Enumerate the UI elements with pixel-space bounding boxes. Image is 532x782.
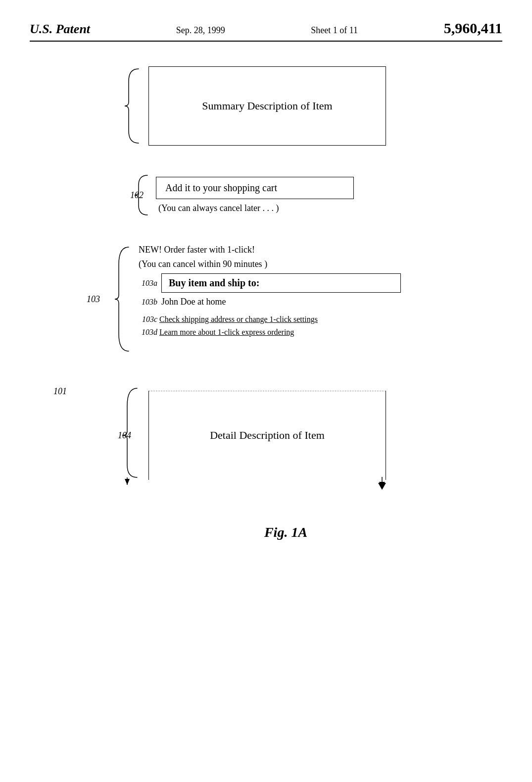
add-cart-content: Add it to your shopping cart (You can al… [156, 177, 354, 213]
row-103c: 103c Check shipping address or change 1-… [139, 315, 401, 324]
section-101: 101 Summary Description of Item [69, 66, 502, 146]
arrow-down-right [378, 477, 386, 490]
buy-ship-box: Buy item and ship to: [161, 273, 401, 293]
patent-number: 5,960,411 [444, 20, 502, 37]
new-order-line1: NEW! Order faster with 1-click! [139, 245, 401, 255]
row-103b: 103b John Doe at home [139, 297, 401, 307]
detail-description-box: Detail Description of Item [148, 391, 386, 480]
cancel-text: (You can always cancel later . . . ) [156, 203, 354, 213]
oneclick-content: NEW! Order faster with 1-click! (You can… [139, 245, 401, 337]
summary-description-text: Summary Description of Item [202, 100, 332, 112]
brace-104 [121, 386, 144, 485]
figure-caption: Fig. 1A [69, 524, 502, 540]
svg-marker-1 [125, 479, 130, 485]
main-content: 101 Summary Description of Item 102 [30, 66, 502, 540]
buy-ship-text: Buy item and ship to: [169, 277, 259, 288]
learn-more-text: Learn more about 1-click express orderin… [159, 328, 294, 337]
section-103: 103 NEW! Order faster with 1-click! (You… [69, 245, 502, 354]
check-shipping-text: Check shipping address or change 1-click… [159, 315, 318, 324]
new-order-line2: (You can cancel within 90 minutes ) [139, 259, 401, 269]
row-103d: 103d Learn more about 1-click express or… [139, 328, 401, 337]
label-103c: 103c [139, 315, 157, 324]
john-doe-text: John Doe at home [161, 297, 226, 307]
label-103d: 103d [139, 328, 157, 337]
section-102: 102 Add it to your shopping cart (You ca… [69, 173, 502, 217]
add-cart-text: Add it to your shopping cart [165, 182, 277, 193]
row-103a: 103a Buy item and ship to: [139, 273, 401, 293]
summary-description-box: Summary Description of Item [148, 66, 386, 146]
label-103a: 103a [139, 279, 157, 288]
label-103: 103 [87, 294, 100, 305]
label-101: 101 [27, 386, 67, 396]
detail-description-text: Detail Description of Item [210, 429, 325, 442]
label-103b: 103b [139, 298, 157, 307]
patent-sheet: Sheet 1 of 11 [311, 25, 358, 36]
add-cart-box: Add it to your shopping cart [156, 177, 354, 199]
svg-marker-3 [379, 482, 385, 488]
patent-label: U.S. Patent [30, 22, 90, 37]
section-104: 104 Detail Description of Item [69, 386, 502, 485]
detail-box-wrapper: Detail Description of Item [148, 391, 386, 480]
patent-date: Sep. 28, 1999 [176, 25, 225, 36]
patent-header: U.S. Patent Sep. 28, 1999 Sheet 1 of 11 … [30, 20, 502, 42]
patent-page: U.S. Patent Sep. 28, 1999 Sheet 1 of 11 … [0, 0, 532, 782]
brace-103 [114, 245, 134, 354]
brace-101 [124, 66, 144, 146]
label-102: 102 [104, 190, 144, 201]
